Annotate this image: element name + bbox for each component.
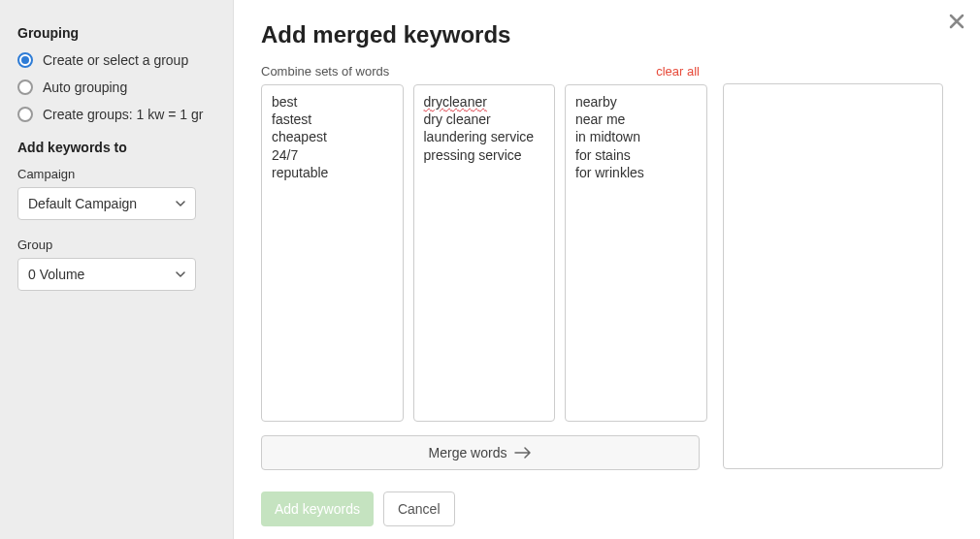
radio-indicator [17, 52, 33, 68]
radio-indicator [17, 79, 33, 95]
page-title: Add merged keywords [261, 21, 953, 48]
word-column-2[interactable]: drycleaner dry cleaner laundering servic… [413, 84, 556, 422]
radio-create-groups-1kw1gr[interactable]: Create groups: 1 kw = 1 gr [17, 107, 215, 122]
radio-create-select-group[interactable]: Create or select a group [17, 52, 215, 68]
campaign-select-value: Default Campaign [28, 196, 137, 211]
sidebar: Grouping Create or select a group Auto g… [0, 0, 234, 539]
clear-all-link[interactable]: clear all [656, 64, 700, 79]
group-select-value: 0 Volume [28, 267, 84, 282]
group-label: Group [17, 238, 215, 252]
radio-label: Auto grouping [43, 79, 127, 95]
add-keywords-to-heading: Add keywords to [17, 140, 215, 155]
group-select[interactable]: 0 Volume [17, 258, 196, 291]
chevron-down-icon [176, 270, 185, 279]
merge-words-button[interactable]: Merge words [261, 435, 700, 470]
merged-result-box[interactable] [723, 83, 943, 469]
campaign-label: Campaign [17, 167, 215, 181]
grouping-heading: Grouping [17, 25, 215, 41]
word-column-3[interactable]: nearby near me in midtown for stains for… [565, 84, 707, 422]
radio-auto-grouping[interactable]: Auto grouping [17, 79, 215, 95]
chevron-down-icon [176, 199, 185, 208]
combine-subtitle: Combine sets of words [261, 64, 389, 79]
radio-label: Create groups: 1 kw = 1 gr [43, 107, 203, 122]
arrow-right-icon [514, 447, 532, 459]
radio-label: Create or select a group [43, 52, 188, 68]
word-columns: best fastest cheapest 24/7 reputable dry… [261, 84, 707, 422]
cancel-button[interactable]: Cancel [383, 491, 455, 526]
merge-words-label: Merge words [429, 445, 507, 460]
radio-indicator [17, 107, 33, 122]
word-column-1[interactable]: best fastest cheapest 24/7 reputable [261, 84, 404, 422]
close-icon[interactable] [947, 12, 966, 31]
campaign-select[interactable]: Default Campaign [17, 187, 196, 220]
add-keywords-button[interactable]: Add keywords [261, 491, 374, 526]
main-panel: Add merged keywords Combine sets of word… [234, 0, 980, 539]
